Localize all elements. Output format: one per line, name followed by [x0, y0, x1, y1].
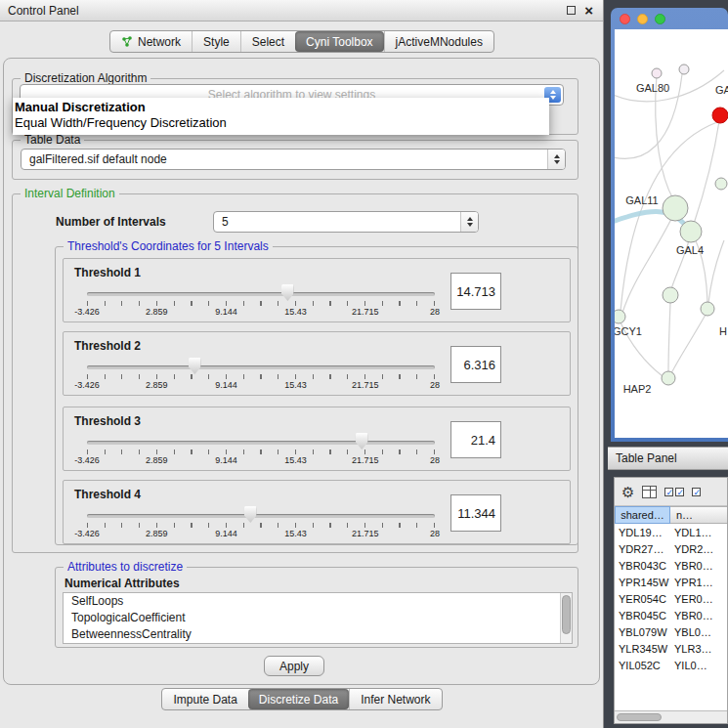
threshold-value-field[interactable]: 11.344 [450, 494, 501, 532]
network-view-window[interactable]: GAL80 GA GAL11 GAL4 GCY1 HAP2 H [611, 8, 728, 442]
selected-node[interactable] [712, 107, 728, 123]
checkbox-icon[interactable]: ✓ [664, 488, 673, 496]
horizontal-scrollbar[interactable] [615, 710, 727, 723]
tab-style[interactable]: Style [192, 31, 240, 52]
scrollbar-thumb[interactable] [562, 595, 571, 634]
tab-impute-data[interactable]: Impute Data [162, 689, 247, 709]
attributes-group-title: Attributes to discretize [64, 560, 187, 574]
checkbox-icon[interactable]: ✓ [692, 488, 701, 496]
close-icon[interactable]: × [584, 5, 593, 16]
slider-track[interactable] [87, 292, 435, 296]
node[interactable] [701, 302, 714, 316]
threshold-slider[interactable]: -3.426 2.859 9.144 15.43 21.715 28 [87, 435, 435, 468]
table-row[interactable]: YDR27…YDR2… [615, 540, 727, 557]
combobox-arrows-icon[interactable] [460, 212, 478, 232]
combobox-arrows-icon[interactable] [547, 150, 565, 169]
node[interactable] [679, 64, 689, 74]
dropdown-option-equal-width[interactable]: Equal Width/Frequency Discretization [15, 115, 549, 131]
scale-label: 9.144 [215, 307, 237, 317]
tab-style-label: Style [203, 35, 230, 49]
slider-scale: -3.426 2.859 9.144 15.43 21.715 28 [87, 380, 435, 391]
list-scrollbar[interactable] [560, 593, 572, 643]
slider-thumb[interactable] [244, 506, 257, 523]
dropdown-option-manual[interactable]: Manual Discretization [15, 100, 549, 115]
number-of-intervals-value: 5 [222, 215, 229, 229]
slider-thumb[interactable] [281, 284, 294, 301]
table-row[interactable]: YPR145WYPR1… [615, 574, 727, 590]
slider-track[interactable] [87, 441, 435, 445]
slider-ticks [87, 301, 435, 306]
slider-track[interactable] [87, 365, 435, 369]
scale-label: 9.144 [215, 455, 237, 465]
table-panel-header[interactable]: Table Panel [608, 447, 728, 470]
node[interactable] [715, 178, 727, 190]
network-icon [121, 36, 133, 48]
column-header-shared-name[interactable]: shared… [615, 506, 670, 524]
threshold-slider[interactable]: -3.426 2.859 9.144 15.43 21.715 28 [87, 508, 435, 541]
table-row[interactable]: YDL19…YDL1… [615, 524, 727, 540]
slider-thumb[interactable] [189, 358, 201, 374]
table-data-combobox[interactable]: galFiltered.sif default node [21, 149, 566, 170]
tab-network[interactable]: Network [110, 31, 192, 52]
threshold-slider[interactable]: -3.426 2.859 9.144 15.43 21.715 28 [87, 360, 435, 393]
scale-label: 15.43 [284, 307, 307, 317]
tab-select-label: Select [252, 35, 284, 49]
node[interactable] [652, 68, 662, 78]
table-row[interactable]: YLR345WYLR3… [615, 640, 727, 657]
numerical-attributes-list[interactable]: SelfLoops TopologicalCoefficient Between… [63, 592, 573, 644]
slider-ticks [87, 374, 435, 379]
node-labels: GAL80 GA GAL11 GAL4 GCY1 HAP2 H [615, 82, 728, 395]
number-of-intervals-label: Number of Intervals [56, 215, 166, 229]
minimize-traffic-light-icon[interactable] [637, 14, 648, 24]
tab-cyni-toolbox[interactable]: Cyni Toolbox [295, 31, 383, 52]
tab-select[interactable]: Select [240, 31, 295, 52]
scale-label: 28 [430, 455, 440, 465]
gear-icon[interactable]: ⚙ [621, 485, 634, 499]
float-window-icon[interactable] [567, 6, 576, 15]
slider-thumb[interactable] [356, 433, 368, 450]
tab-infer-network[interactable]: Infer Network [349, 689, 441, 709]
threshold-label: Threshold 4 [74, 488, 141, 501]
tab-network-label: Network [138, 35, 181, 49]
node-gcy1[interactable] [615, 310, 625, 323]
scrollbar-thumb[interactable] [617, 713, 662, 721]
threshold-label: Threshold 1 [74, 266, 141, 279]
apply-button[interactable]: Apply [264, 656, 324, 676]
table-row[interactable]: YBL079WYBL0… [615, 623, 727, 640]
control-panel: Control Panel × Network Style Select Cyn… [0, 0, 604, 728]
node-label: H [719, 325, 727, 337]
tab-discretize-data[interactable]: Discretize Data [248, 689, 349, 709]
checkbox-icon[interactable]: ✓ [675, 488, 684, 496]
slider-track[interactable] [87, 514, 435, 518]
network-canvas[interactable]: GAL80 GA GAL11 GAL4 GCY1 HAP2 H [615, 29, 728, 438]
node-gal11[interactable] [663, 195, 688, 221]
threshold-value-field[interactable]: 21.4 [450, 421, 501, 458]
table-row[interactable]: YBR043CYBR0… [615, 557, 727, 574]
node-label: HAP2 [623, 383, 652, 395]
threshold-slider[interactable]: -3.426 2.859 9.144 15.43 21.715 28 [87, 286, 435, 320]
list-item[interactable]: SelfLoops [64, 593, 572, 610]
numerical-attributes-label: Numerical Attributes [64, 577, 180, 590]
close-traffic-light-icon[interactable] [620, 14, 630, 24]
threshold-value-field[interactable]: 6.316 [450, 346, 501, 383]
node-hap2[interactable] [662, 371, 675, 385]
node-gal4[interactable] [680, 221, 702, 242]
table-row[interactable]: YER054CYER0… [615, 590, 727, 607]
threshold-panel-3: Threshold 3 21.4 -3.426 2.859 9.144 15.4… [63, 407, 571, 471]
scale-label: 15.43 [284, 529, 307, 538]
columns-icon[interactable] [642, 486, 657, 498]
tab-jactivemodules[interactable]: jActiveMNodules [384, 31, 493, 52]
column-header-name[interactable]: n… [670, 506, 727, 524]
scale-label: 21.715 [352, 455, 379, 465]
node[interactable] [663, 287, 678, 303]
list-item[interactable]: TopologicalCoefficient [64, 610, 572, 626]
list-item[interactable]: BetweennessCentrality [64, 626, 572, 643]
threshold-panel-1: Threshold 1 14.713 -3.426 2.859 9.144 15… [63, 258, 571, 322]
table-panel: ⚙ ✓ ✓ ✓ shared… n… YDL19…YDL1… YDR27…YDR… [614, 477, 728, 724]
table-row[interactable]: YBR045CYBR0… [615, 607, 727, 623]
threshold-value-field[interactable]: 14.713 [450, 273, 501, 310]
node-label: GAL4 [676, 244, 704, 256]
number-of-intervals-combobox[interactable]: 5 [213, 211, 479, 233]
zoom-traffic-light-icon[interactable] [655, 14, 665, 24]
table-row[interactable]: YIL052CYIL0… [615, 657, 727, 673]
